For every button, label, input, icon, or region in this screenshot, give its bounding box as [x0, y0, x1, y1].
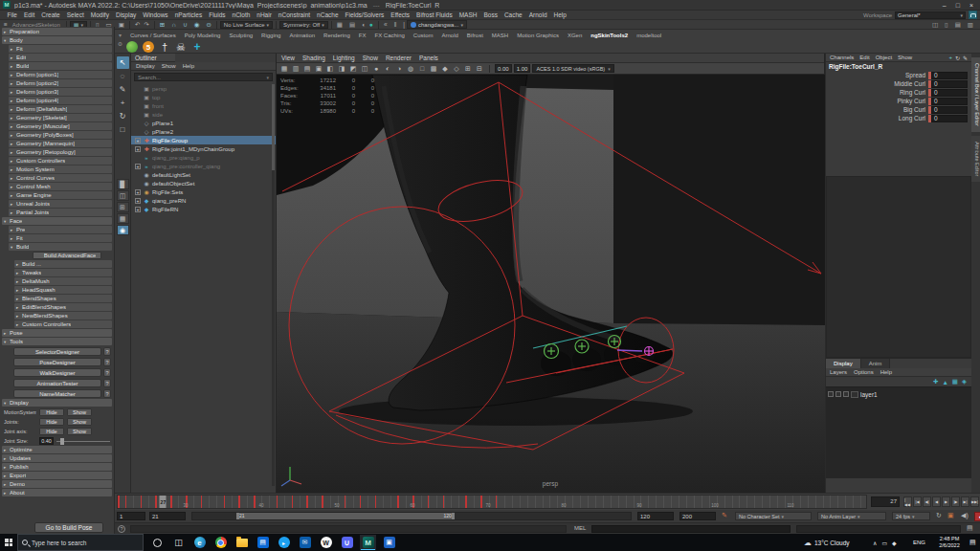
shelf-tab[interactable]: Curves / Surfaces — [126, 33, 180, 38]
history-icon[interactable]: ↻ — [955, 55, 960, 61]
menu-item[interactable]: Modify — [87, 11, 112, 18]
viewport-menu-item[interactable]: View — [281, 55, 295, 61]
as-display-section[interactable]: ▾Display — [2, 399, 112, 407]
menu-item[interactable]: Windows — [140, 11, 171, 18]
tool-icon[interactable]: □ — [117, 123, 129, 136]
layout-button[interactable]: ◉ — [117, 225, 129, 235]
as-panel-row[interactable]: ▸BlendShapes — [14, 295, 112, 302]
keyframe-tick[interactable] — [480, 496, 482, 508]
channel-attribute-row[interactable]: Spread 0 — [826, 71, 971, 79]
playback-button[interactable]: |▶ — [951, 496, 960, 507]
as-panel-row[interactable]: Build AdvancedFace — [33, 252, 101, 259]
as-panel-row[interactable]: ▾Build — [9, 243, 112, 251]
layer-action-icon[interactable]: ▲ — [942, 379, 947, 386]
as-panel-row[interactable]: ▸Custom Controllers — [9, 157, 112, 165]
keyframe-tick[interactable] — [254, 496, 256, 508]
channel-attribute-row[interactable]: Long Curl 0 — [826, 114, 971, 122]
shelf-tool-icon[interactable]: † — [159, 41, 170, 53]
viewport-toolbar-icon[interactable]: ◧ — [325, 65, 335, 73]
layer-editor-tab[interactable]: Anim — [861, 359, 891, 368]
as-panel-row[interactable]: ▸Export — [2, 472, 112, 479]
gamma-field[interactable]: 1.00 — [514, 64, 531, 73]
layout-button[interactable]: ⊞ — [117, 202, 129, 212]
anim-layer-dropdown[interactable]: No Anim Layer — [817, 512, 886, 520]
panel-layout-icon[interactable]: ◫ — [930, 21, 940, 29]
character-set-dropdown[interactable]: No Character Set — [735, 512, 812, 520]
channel-box-menu-item[interactable]: Channels — [830, 55, 854, 60]
menu-item[interactable]: Boss — [480, 11, 501, 18]
as-panel-row[interactable]: ▸Geometry [Mannequin] — [9, 140, 112, 147]
keyframe-tick[interactable] — [428, 496, 430, 508]
snap-icon[interactable]: ∪ — [181, 21, 189, 29]
symmetry-dropdown[interactable]: Symmetry: Off — [279, 21, 328, 29]
channel-attribute-row[interactable]: Ring Curl 0 — [826, 88, 971, 97]
layer-action-icon[interactable]: ◈ — [962, 378, 967, 386]
lock-icon[interactable] — [969, 11, 977, 19]
as-panel-row[interactable]: ▸Build — [9, 62, 112, 70]
outliner-item[interactable]: pPlane1 — [131, 119, 276, 127]
range-slider-track[interactable]: 21 120 — [191, 512, 632, 520]
menu-item[interactable]: Fields/Solvers — [342, 11, 388, 18]
taskbar-app-icon[interactable] — [149, 535, 166, 550]
as-panel-row[interactable]: ▸Unreal Joints — [9, 200, 112, 208]
as-panel-row[interactable]: ▸Control Mesh — [9, 183, 112, 190]
as-panel-row[interactable]: ▸NewBlendShapes — [14, 312, 112, 320]
taskbar-app-icon[interactable]: ▤ — [255, 535, 271, 550]
layer-display-type-toggle[interactable] — [843, 391, 849, 397]
hide-button[interactable]: Hide — [39, 428, 64, 435]
exposure-field[interactable]: 0.00 — [495, 64, 512, 73]
viewport-toolbar-icon[interactable]: ◍ — [406, 65, 415, 73]
maximize-button[interactable]: □ — [956, 2, 960, 9]
outliner-item[interactable]: + RigFile:Sets — [131, 187, 276, 196]
as-panel-row[interactable]: ▾Body — [2, 36, 112, 44]
layer-menu-item[interactable]: Help — [880, 369, 892, 375]
set-key-icon[interactable]: ✎ — [722, 512, 727, 519]
panel-layout-icon[interactable]: ▥ — [966, 21, 975, 29]
menu-item[interactable]: Cache — [501, 11, 525, 18]
panel-layout-icon[interactable]: ▯ — [943, 21, 950, 29]
viewport-toolbar-icon[interactable]: ● — [371, 65, 381, 73]
shelf-tab[interactable]: Sculpting — [225, 33, 256, 38]
playback-button[interactable]: ◀ — [932, 496, 941, 507]
taskbar-app-icon[interactable]: ▸ — [276, 535, 292, 550]
menu-item[interactable]: Bifrost Fluids — [413, 11, 457, 18]
menu-item[interactable]: Arnold — [525, 11, 550, 18]
viewport-menu-item[interactable]: Renderer — [386, 55, 412, 61]
keyframe-tick[interactable] — [345, 496, 346, 508]
shelf-tab[interactable]: Animation — [285, 33, 319, 38]
layer-color-swatch[interactable] — [851, 391, 858, 398]
viewport-toolbar-icon[interactable]: ⊟ — [475, 65, 484, 73]
as-tool-button[interactable]: SelectorDesigner — [13, 347, 101, 356]
taskbar-app-icon[interactable]: e — [191, 535, 208, 550]
sidebar-vertical-tab[interactable]: Channel Box / Layer Editor — [971, 57, 980, 132]
tray-icon[interactable]: ◆ — [892, 540, 897, 546]
as-panel-row[interactable]: ▸Deform [option2] — [9, 79, 112, 87]
taskbar-app-icon[interactable]: M — [360, 535, 376, 550]
playback-button[interactable]: ▶| — [961, 496, 969, 507]
minimize-button[interactable]: – — [943, 2, 947, 9]
menu-item[interactable]: Edit — [20, 11, 37, 18]
outliner-item[interactable]: + RigFile:Group — [131, 136, 276, 144]
outliner-menu-item[interactable]: Help — [183, 63, 194, 69]
taskbar-app-icon[interactable]: W — [318, 535, 334, 550]
render-ball-icon[interactable]: ● — [368, 21, 375, 28]
expand-toggle-icon[interactable]: + — [135, 198, 141, 204]
as-panel-row[interactable]: ▸Geometry [Skeletal] — [9, 114, 112, 121]
viewport-toolbar-icon[interactable]: ◇ — [452, 65, 461, 73]
shelf-tab[interactable]: FX — [355, 33, 370, 38]
expand-toggle-icon[interactable]: + — [135, 189, 141, 195]
undo-icon[interactable]: ↶ — [133, 21, 142, 29]
channel-attribute-row[interactable]: Middle Curl 0 — [826, 79, 971, 88]
render-icon[interactable]: ◐ — [360, 21, 368, 29]
joint-size-slider[interactable] — [56, 441, 110, 442]
slider-handle[interactable] — [60, 438, 64, 445]
outliner-item[interactable]: defaultLightSet — [131, 170, 276, 179]
attribute-value-field[interactable]: 0 — [931, 89, 968, 97]
as-tool-button[interactable]: AnimationTester — [13, 379, 101, 387]
user-account-dropdown[interactable]: changdangwa...▾ — [407, 20, 467, 29]
layer-action-icon[interactable]: ▦ — [952, 378, 958, 386]
render-icon[interactable]: ▦ — [335, 21, 345, 29]
snap-icon[interactable]: ∩ — [169, 21, 178, 29]
outliner-item[interactable]: front — [131, 101, 276, 110]
taskbar-weather[interactable]: ☁13°C Cloudy — [804, 534, 850, 551]
